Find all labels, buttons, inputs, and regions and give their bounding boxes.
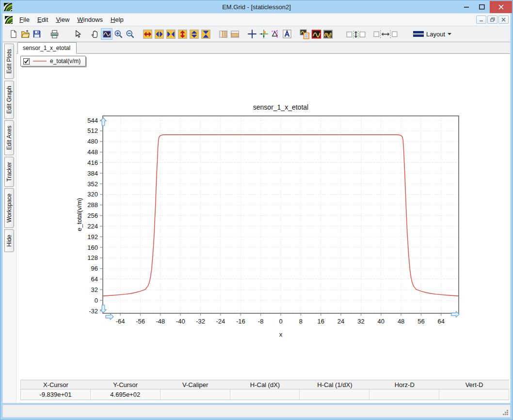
y-tick-label: 160	[87, 244, 98, 251]
menu-item-edit[interactable]: Edit	[33, 14, 52, 25]
multi-plot-button[interactable]	[322, 28, 334, 40]
menu-item-view[interactable]: View	[52, 14, 73, 25]
legend-series-label: e_total(v/m)	[50, 58, 80, 65]
series-visibility-checkbox[interactable]	[23, 58, 30, 65]
y-tick-label: 192	[87, 233, 98, 241]
zoom-in-button[interactable]	[112, 28, 124, 40]
menu-item-windows[interactable]: Windows	[73, 14, 107, 25]
expand-vertical-button[interactable]	[176, 28, 188, 40]
mdi-window-controls	[476, 16, 509, 24]
vertical-grid-button[interactable]	[217, 28, 229, 40]
crosshair-button[interactable]	[246, 28, 258, 40]
y-tick-label: 544	[87, 117, 98, 124]
checkmark-icon	[24, 59, 29, 64]
plot-canvas[interactable]: sensor_1_x_etotal-64-56-48-40-32-24-16-8…	[16, 54, 510, 380]
y-tick-label: 224	[87, 223, 98, 230]
chart-title: sensor_1_x_etotal	[253, 103, 308, 111]
toolbar: Layout	[2, 26, 511, 42]
menu-bar: FileEditViewWindowsHelp	[2, 13, 511, 26]
resize-grip[interactable]	[503, 410, 509, 416]
expand-horizontal-button[interactable]	[142, 28, 153, 40]
app-body: Edit PlotsEdit GraphEdit AxesTrackerWork…	[2, 42, 511, 403]
status-table-header: X-CursorY-CursorV-CaliperH-Cal (dX)H-Cal…	[21, 380, 509, 389]
y-tick-label: 288	[87, 201, 98, 209]
fit-to-view-button[interactable]	[101, 28, 112, 40]
sidebar-tab-edit-graph[interactable]: Edit Graph	[4, 81, 14, 119]
mdi-minimize-button[interactable]	[476, 16, 486, 24]
menu-item-help[interactable]: Help	[107, 14, 128, 25]
x-axis-label: x	[279, 331, 283, 338]
sidebar-tab-hide[interactable]: Hide	[4, 229, 14, 252]
open-file-button[interactable]	[19, 28, 31, 40]
sidebar-tab-edit-axes[interactable]: Edit Axes	[4, 120, 14, 155]
status-column-header: X-Cursor	[21, 380, 91, 389]
x-tick-label: -64	[116, 318, 125, 325]
status-value-cell: -9.839e+01	[21, 389, 91, 400]
select-pointer-button[interactable]	[72, 28, 83, 40]
mdi-close-button[interactable]	[498, 16, 509, 24]
x-tick-label: 16	[317, 318, 324, 325]
y-tick-label: 64	[91, 275, 98, 283]
x-tick-label: -48	[156, 318, 165, 325]
chart-canvas[interactable]: sensor_1_x_etotal-64-56-48-40-32-24-16-8…	[16, 54, 510, 380]
pan-hand-button[interactable]	[89, 28, 101, 40]
pan-up-arrow[interactable]	[100, 118, 106, 126]
y-tick-label: 0	[95, 297, 98, 304]
chevron-down-icon	[448, 32, 451, 35]
y-tick-label: 128	[87, 254, 98, 261]
layout-icon	[413, 31, 424, 37]
window-controls	[459, 0, 513, 13]
x-tick-label: 48	[398, 318, 404, 325]
x-tick-label: 0	[279, 318, 282, 325]
print-button[interactable]	[48, 28, 60, 40]
save-button[interactable]	[31, 28, 43, 40]
y-tick-label: 96	[91, 265, 98, 272]
minimize-button[interactable]	[459, 0, 474, 13]
x-tick-label: 8	[299, 318, 303, 325]
x-tick-label: 32	[357, 318, 364, 325]
x-tick-label: 56	[417, 318, 424, 325]
shrink-vertical-button[interactable]	[200, 28, 211, 40]
text-annotation-button[interactable]	[281, 28, 293, 40]
x-tick-label: -24	[216, 318, 225, 325]
sidebar-tab-edit-plots[interactable]: Edit Plots	[4, 44, 14, 79]
x-tick-label: -56	[136, 318, 145, 325]
zoom-out-button[interactable]	[124, 28, 136, 40]
status-column-header: Y-Cursor	[91, 380, 160, 389]
sidebar-tab-workspace[interactable]: Workspace	[4, 188, 14, 228]
spread-vertical-button[interactable]	[188, 28, 200, 40]
tracker-button[interactable]	[258, 28, 270, 40]
y-axis-label: e_total(v/m)	[76, 198, 83, 231]
plot-properties-button[interactable]	[310, 28, 322, 40]
new-file-button[interactable]	[8, 28, 19, 40]
menu-item-file[interactable]: File	[16, 14, 33, 25]
x-tick-label: -16	[236, 318, 245, 325]
y-tick-label: 416	[87, 159, 98, 166]
layout-dropdown[interactable]: Layout	[410, 30, 454, 39]
legend-box[interactable]: e_total(v/m)	[20, 56, 86, 66]
caliper-button[interactable]	[270, 28, 281, 40]
document-tab[interactable]: sensor_1_x_etotal	[17, 42, 77, 54]
x-tick-label: -32	[196, 318, 205, 325]
x-tick-label: 40	[378, 318, 385, 325]
y-tick-label: 32	[91, 286, 98, 293]
y-tick-label: 512	[87, 127, 98, 134]
pan-right-arrow[interactable]	[451, 311, 459, 317]
sidebar-tab-tracker[interactable]: Tracker	[4, 157, 14, 187]
status-value-cell	[300, 389, 369, 400]
legend-report-button[interactable]	[299, 28, 310, 40]
pan-down-arrow[interactable]	[100, 305, 106, 313]
match-height-button[interactable]	[345, 28, 367, 40]
layout-label: Layout	[426, 31, 445, 38]
horizontal-grid-button[interactable]	[229, 28, 240, 40]
status-column-header: Vert-D	[439, 380, 509, 389]
spread-horizontal-button[interactable]	[153, 28, 165, 40]
menu-items: FileEditViewWindowsHelp	[16, 14, 128, 25]
mdi-restore-button[interactable]	[487, 16, 497, 24]
close-button[interactable]	[490, 1, 512, 13]
y-tick-label: 448	[87, 148, 98, 156]
match-width-button[interactable]	[372, 28, 399, 40]
pan-right-arrow[interactable]	[106, 314, 113, 320]
shrink-horizontal-button[interactable]	[165, 28, 176, 40]
maximize-button[interactable]	[474, 0, 490, 13]
